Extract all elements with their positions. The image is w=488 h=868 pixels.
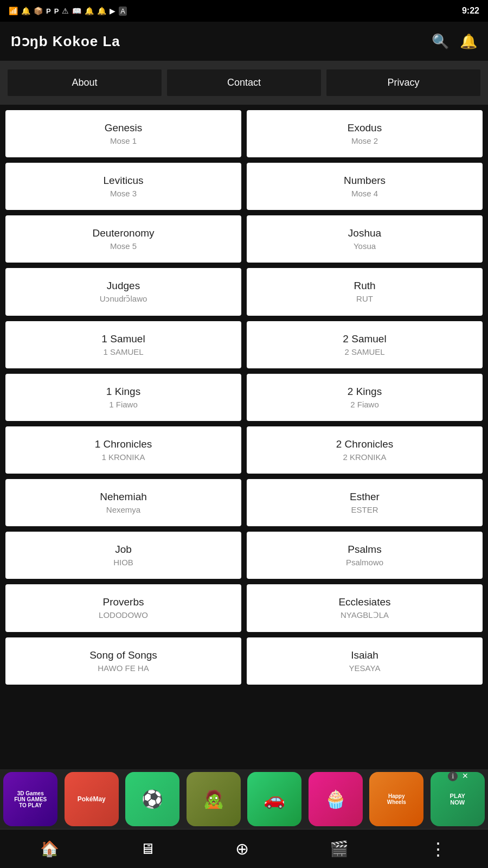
- book-item-isaiah[interactable]: Isaiah YESAYA: [247, 637, 483, 685]
- book-name: Numbers: [344, 175, 386, 187]
- book-name: Job: [115, 544, 132, 556]
- book-name: Exodus: [348, 122, 382, 134]
- tab-contact[interactable]: Contact: [167, 69, 321, 96]
- book-item-1-chronicles[interactable]: 1 Chronicles 1 KRONIKA: [5, 426, 241, 474]
- ad-banner: 3D GamesFUN GAMESTO PLAY PokéMay ⚽ 🧟 🚗 🧁…: [0, 769, 488, 829]
- book-subtitle: Uɔnudrɔ̃lawo: [100, 294, 147, 304]
- status-icons: 📶 🔔 📦 P P ⚠ 📖 🔔 🔔 ▶ A: [9, 7, 127, 16]
- book-name: Joshua: [348, 227, 381, 239]
- book-subtitle: Psalmowo: [346, 558, 383, 567]
- status-bar: 📶 🔔 📦 P P ⚠ 📖 🔔 🔔 ▶ A 9:22: [0, 0, 488, 22]
- bottom-nav-video[interactable]: 🎬: [330, 840, 349, 858]
- book-name: 2 Chronicles: [336, 438, 394, 450]
- status-icon-box: 📦: [34, 7, 43, 15]
- book-subtitle: YESAYA: [349, 663, 381, 673]
- book-item-1-samuel[interactable]: 1 Samuel 1 SAMUEL: [5, 321, 241, 368]
- book-name: Judges: [107, 280, 140, 292]
- book-item-genesis[interactable]: Genesis Mose 1: [5, 110, 241, 157]
- book-item-song-of-songs[interactable]: Song of Songs HAWO FE HA: [5, 637, 241, 685]
- ad-item-pokemon[interactable]: PokéMay: [65, 772, 119, 826]
- book-item-job[interactable]: Job HIOB: [5, 532, 241, 579]
- book-name: Ruth: [354, 280, 375, 292]
- bottom-nav-add[interactable]: ⊕: [235, 839, 249, 858]
- ad-item-zombie[interactable]: 🧟: [187, 772, 241, 826]
- search-icon[interactable]: 🔍: [432, 33, 449, 50]
- book-item-deuteronomy[interactable]: Deuteronomy Mose 5: [5, 215, 241, 263]
- book-item-proverbs[interactable]: Proverbs LODODOWO: [5, 584, 241, 632]
- app-bar-actions: 🔍 🔔: [432, 33, 477, 50]
- tab-privacy[interactable]: Privacy: [326, 69, 480, 96]
- book-name: 2 Kings: [348, 386, 382, 398]
- status-icon-p1: P: [46, 7, 51, 15]
- book-item-1-kings[interactable]: 1 Kings 1 Fiawo: [5, 374, 241, 421]
- book-item-exodus[interactable]: Exodus Mose 2: [247, 110, 483, 157]
- book-name: 1 Chronicles: [95, 438, 152, 450]
- book-item-leviticus[interactable]: Leviticus Mose 3: [5, 163, 241, 210]
- book-subtitle: RUT: [356, 294, 373, 303]
- bottom-nav-more[interactable]: ⋮: [429, 839, 448, 859]
- book-name: 1 Samuel: [101, 333, 145, 345]
- book-subtitle: 1 KRONIKA: [101, 452, 145, 462]
- status-icon-bell1: 🔔: [85, 7, 94, 15]
- book-item-ruth[interactable]: Ruth RUT: [247, 268, 483, 316]
- book-item-2-kings[interactable]: 2 Kings 2 Fiawo: [247, 374, 483, 421]
- book-name: Isaiah: [351, 649, 378, 661]
- book-name: Song of Songs: [89, 649, 157, 661]
- status-icon-wifi: 📶: [9, 7, 18, 15]
- book-subtitle: ESTER: [351, 505, 378, 514]
- book-name: Genesis: [105, 122, 143, 134]
- ad-item-wheels[interactable]: HappyWheels: [369, 772, 423, 826]
- book-name: Esther: [350, 491, 380, 503]
- bottom-nav-monitor[interactable]: 🖥: [140, 840, 155, 858]
- status-icon-play: ▶: [110, 7, 115, 15]
- book-name: Deuteronomy: [92, 227, 154, 239]
- status-icon-p2: P: [54, 7, 59, 15]
- book-name: Ecclesiates: [338, 596, 390, 608]
- book-item-psalms[interactable]: Psalms Psalmowo: [247, 532, 483, 579]
- book-item-2-chronicles[interactable]: 2 Chronicles 2 KRONIKA: [247, 426, 483, 474]
- status-icon-notify: 🔔: [21, 7, 30, 15]
- ad-item-soccer[interactable]: ⚽: [125, 772, 179, 826]
- ad-item-cupcake[interactable]: 🧁: [309, 772, 363, 826]
- notification-icon[interactable]: 🔔: [460, 33, 477, 50]
- book-name: 2 Samuel: [343, 333, 386, 345]
- book-item-joshua[interactable]: Joshua Yosua: [247, 215, 483, 263]
- book-subtitle: 2 Fiawo: [350, 400, 379, 409]
- book-subtitle: NYAGBLƆLA: [341, 610, 389, 620]
- book-subtitle: Mose 3: [110, 189, 137, 198]
- book-name: Leviticus: [104, 175, 144, 187]
- book-item-2-samuel[interactable]: 2 Samuel 2 SAMUEL: [247, 321, 483, 368]
- book-item-esther[interactable]: Esther ESTER: [247, 479, 483, 526]
- tab-about[interactable]: About: [8, 69, 162, 96]
- book-name: Proverbs: [102, 596, 144, 608]
- bottom-nav: 🏠 🖥 ⊕ 🎬 ⋮: [0, 829, 488, 868]
- bottom-nav-home[interactable]: 🏠: [40, 840, 59, 858]
- book-subtitle: HAWO FE HA: [98, 663, 149, 673]
- book-subtitle: Mose 4: [351, 189, 378, 198]
- nav-tabs: About Contact Privacy: [0, 61, 488, 105]
- book-subtitle: 1 SAMUEL: [103, 347, 143, 356]
- book-item-ecclesiates[interactable]: Ecclesiates NYAGBLƆLA: [247, 584, 483, 632]
- ad-item-playnow[interactable]: PLAYNOW: [431, 772, 485, 826]
- book-item-numbers[interactable]: Numbers Mose 4: [247, 163, 483, 210]
- ad-item-car[interactable]: 🚗: [247, 772, 301, 826]
- book-subtitle: HIOB: [113, 558, 133, 567]
- book-list-container: Genesis Mose 1 Exodus Mose 2 Leviticus M…: [0, 105, 488, 769]
- status-icon-warn: ⚠: [62, 7, 69, 15]
- book-item-judges[interactable]: Judges Uɔnudrɔ̃lawo: [5, 268, 241, 316]
- ad-close-icon[interactable]: ✕: [462, 771, 468, 780]
- book-grid: Genesis Mose 1 Exodus Mose 2 Leviticus M…: [5, 110, 483, 685]
- book-subtitle: Yosua: [354, 241, 376, 251]
- ad-item-games[interactable]: 3D GamesFUN GAMESTO PLAY: [3, 772, 57, 826]
- book-item-nehemiah[interactable]: Nehemiah Nexemya: [5, 479, 241, 526]
- status-icon-a: A: [119, 7, 127, 16]
- book-name: Nehemiah: [100, 491, 147, 503]
- ad-info-icon[interactable]: ℹ: [448, 771, 458, 781]
- app-bar: Ŋɔŋb Kokoe La 🔍 🔔: [0, 22, 488, 61]
- status-icon-book: 📖: [72, 7, 81, 15]
- book-name: Psalms: [348, 544, 381, 556]
- book-subtitle: LODODOWO: [99, 610, 148, 620]
- book-subtitle: 1 Fiawo: [109, 400, 138, 409]
- book-subtitle: Mose 1: [110, 136, 137, 145]
- book-subtitle: Mose 5: [110, 241, 137, 251]
